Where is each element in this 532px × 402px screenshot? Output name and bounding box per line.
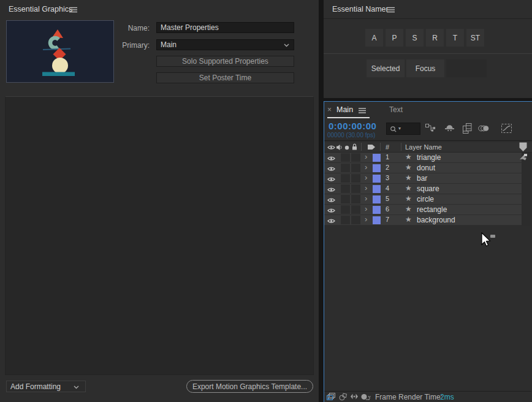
layer-name[interactable]: bar xyxy=(417,174,427,183)
switch-cell[interactable] xyxy=(341,195,350,203)
switch-cell[interactable] xyxy=(341,153,350,162)
audio-column-icon[interactable] xyxy=(336,144,343,151)
switch-cell[interactable] xyxy=(351,164,360,172)
switch-cell[interactable] xyxy=(341,164,350,172)
frame-blending-icon[interactable] xyxy=(463,123,472,134)
layer-name-column-header[interactable]: Layer Name xyxy=(405,143,442,151)
primary-dropdown[interactable]: Main xyxy=(156,39,294,50)
expand-arrow-icon[interactable]: › xyxy=(365,214,367,224)
solo-column-icon[interactable] xyxy=(344,145,349,150)
time-ruler-strip[interactable] xyxy=(522,153,531,226)
hide-shy-layers-icon[interactable] xyxy=(444,125,455,132)
add-formatting-label: Add Formatting xyxy=(10,382,61,391)
empty-namer-button[interactable] xyxy=(446,59,487,77)
eye-icon[interactable] xyxy=(327,186,335,194)
layer-row-triangle[interactable]: › 1 ★ triangle xyxy=(324,153,522,163)
divider xyxy=(324,140,532,141)
switch-cell[interactable] xyxy=(341,174,350,183)
switch-cell[interactable] xyxy=(341,184,350,193)
composition-mini-flowchart-icon[interactable] xyxy=(425,124,436,133)
motion-blur-icon[interactable] xyxy=(478,125,489,132)
label-color-swatch[interactable] xyxy=(373,185,381,193)
layer-name[interactable]: triangle xyxy=(417,153,441,162)
eye-icon[interactable] xyxy=(327,165,335,173)
eye-icon[interactable] xyxy=(327,196,335,205)
graph-editor-icon[interactable] xyxy=(501,124,512,133)
switch-cell[interactable] xyxy=(351,174,360,183)
layer-number: 4 xyxy=(386,184,389,192)
layer-row-background[interactable]: › 7 ★ background xyxy=(324,215,522,226)
layer-name[interactable]: background xyxy=(417,216,455,224)
label-color-swatch[interactable] xyxy=(373,195,381,203)
current-timecode[interactable]: 0:00:00:00 xyxy=(329,121,376,131)
layer-row-bar[interactable]: › 3 ★ bar xyxy=(324,173,522,184)
eye-icon[interactable] xyxy=(327,217,335,226)
primary-label: Primary: xyxy=(98,41,150,50)
label-color-swatch[interactable] xyxy=(373,216,381,224)
export-motion-graphics-template-button[interactable]: Export Motion Graphics Template... xyxy=(186,380,313,393)
label-color-swatch[interactable] xyxy=(373,154,381,162)
layer-row-square[interactable]: › 4 ★ square xyxy=(324,184,522,194)
eye-icon[interactable] xyxy=(327,175,335,184)
layer-name[interactable]: donut xyxy=(417,164,435,172)
expand-arrow-icon[interactable]: › xyxy=(365,152,367,161)
layer-switches-pane-icon[interactable] xyxy=(327,393,336,401)
switch-cell[interactable] xyxy=(341,216,350,224)
layer-row-circle[interactable]: › 5 ★ circle xyxy=(324,194,522,205)
add-formatting-dropdown[interactable]: Add Formatting xyxy=(6,381,86,392)
switch-cell[interactable] xyxy=(351,195,360,203)
panel-title: Essential Namer xyxy=(332,5,389,13)
comp-marker-bin-icon[interactable] xyxy=(519,142,527,152)
namer-button-t[interactable]: T xyxy=(446,29,464,47)
properties-list-area[interactable] xyxy=(5,96,314,375)
mouse-cursor xyxy=(481,232,496,249)
tab-text[interactable]: Text xyxy=(389,105,403,114)
number-column-header[interactable]: # xyxy=(386,143,389,151)
layer-row-rectangle[interactable]: › 6 ★ rectangle xyxy=(324,205,522,215)
expand-arrow-icon[interactable]: › xyxy=(365,162,367,172)
name-input[interactable] xyxy=(156,22,294,33)
lock-column-icon[interactable] xyxy=(352,143,357,151)
layer-name[interactable]: rectangle xyxy=(417,205,447,214)
panel-menu-icon[interactable] xyxy=(69,7,77,13)
set-poster-time-button[interactable]: Set Poster Time xyxy=(156,72,294,83)
close-icon[interactable]: × xyxy=(327,105,332,114)
switch-cell[interactable] xyxy=(351,216,360,224)
export-button-label: Export Motion Graphics Template... xyxy=(192,382,307,391)
panel-menu-icon[interactable] xyxy=(387,7,395,13)
label-column-icon[interactable] xyxy=(367,144,376,150)
switch-cell[interactable] xyxy=(341,205,350,214)
expand-arrow-icon[interactable]: › xyxy=(365,183,367,192)
switch-cell[interactable] xyxy=(351,184,360,193)
switch-cell[interactable] xyxy=(351,153,360,162)
video-eye-column-icon[interactable] xyxy=(327,145,335,150)
label-color-swatch[interactable] xyxy=(373,175,381,183)
expand-arrow-icon[interactable]: › xyxy=(365,204,367,213)
search-input[interactable]: ▾ xyxy=(386,123,420,135)
namer-button-p[interactable]: P xyxy=(386,29,403,47)
solo-supported-properties-button[interactable]: Solo Supported Properties xyxy=(156,56,294,67)
namer-button-a[interactable]: A xyxy=(365,29,383,47)
in-out-duration-pane-icon[interactable] xyxy=(350,393,359,400)
namer-button-s[interactable]: S xyxy=(406,29,424,47)
expand-arrow-icon[interactable]: › xyxy=(365,173,367,182)
layer-name[interactable]: circle xyxy=(417,195,434,203)
transfer-controls-pane-icon[interactable] xyxy=(339,393,348,401)
eye-icon[interactable] xyxy=(327,154,335,163)
layer-number: 3 xyxy=(386,174,389,181)
label-color-swatch[interactable] xyxy=(373,164,381,172)
namer-button-r[interactable]: R xyxy=(426,29,444,47)
namer-button-st[interactable]: ST xyxy=(466,29,484,47)
search-options-arrow-icon[interactable]: ▾ xyxy=(398,126,401,131)
label-color-swatch[interactable] xyxy=(373,206,381,214)
current-time-indicator-icon[interactable] xyxy=(519,153,528,162)
expand-arrow-icon[interactable]: › xyxy=(365,194,367,203)
layer-row-donut[interactable]: › 2 ★ donut xyxy=(324,163,522,173)
focus-button[interactable]: Focus xyxy=(406,59,444,77)
layer-name[interactable]: square xyxy=(417,184,439,193)
tab-main[interactable]: × Main xyxy=(327,104,370,118)
eye-icon[interactable] xyxy=(327,207,335,215)
switch-cell[interactable] xyxy=(351,205,360,214)
selected-button[interactable]: Selected xyxy=(367,59,405,77)
tab-menu-icon[interactable] xyxy=(359,108,366,113)
